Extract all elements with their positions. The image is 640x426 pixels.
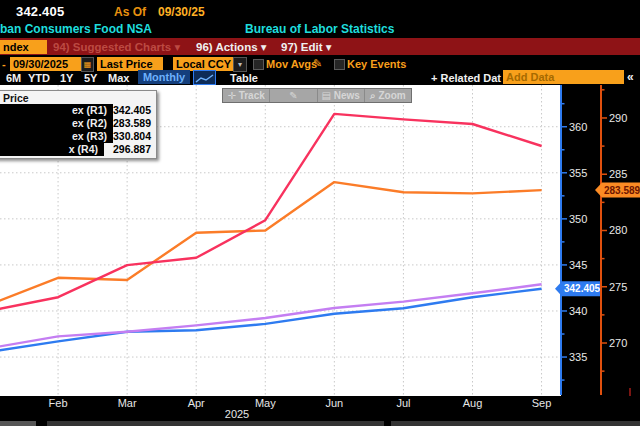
data-source: Bureau of Labor Statistics — [245, 22, 394, 36]
menu-item-1[interactable]: 94) Suggested Charts ▾ — [53, 40, 180, 54]
x-axis-year-label: 2025 — [225, 408, 249, 420]
legend-series-value-R4: 296.887 — [113, 143, 151, 156]
x-axis-label-sep: Sep — [532, 397, 552, 409]
legend-row-R1[interactable]: ex (R1)342.405 — [0, 104, 156, 117]
news-button[interactable]: ▤ News — [317, 89, 364, 102]
menu-item-3[interactable]: 97) Edit ▾ — [281, 40, 332, 54]
chevron-down-icon[interactable]: ▾ — [233, 57, 247, 72]
legend-series-name-R3: ex (R3) — [0, 130, 113, 143]
legend-row-R4[interactable]: x (R4)296.887 — [0, 143, 156, 156]
x-axis-label-mar: Mar — [118, 397, 137, 409]
security-name: ban Consumers Food NSA — [0, 22, 152, 36]
legend-series-name-R2: ex (R2) — [0, 117, 113, 130]
price-type-field[interactable]: Last Price — [97, 57, 163, 71]
annotate-button[interactable]: ✎ Annotate — [269, 89, 316, 102]
currency-field[interactable]: Local CCY — [173, 57, 234, 71]
range-button-1y[interactable]: 1Y — [60, 72, 73, 84]
bottom-strip-mid — [47, 421, 384, 426]
outer-axis-label-275: 275 — [609, 281, 627, 293]
outer-axis-label-280: 280 — [609, 224, 627, 236]
period-select[interactable]: Monthly ▼ — [138, 70, 190, 84]
header-asof-label: As Of — [114, 5, 146, 19]
collapse-icon[interactable]: « — [627, 70, 634, 84]
date-field[interactable]: 09/30/2025 — [10, 57, 82, 71]
index-chip[interactable]: ndex — [0, 40, 47, 54]
inner-axis-label-350: 350 — [569, 213, 587, 225]
header-last-value: 342.405 — [16, 4, 64, 19]
outer-axis-label-285: 285 — [609, 168, 627, 180]
x-axis-label-jun: Jun — [325, 397, 343, 409]
legend-row-R3[interactable]: ex (R3)330.804 — [0, 130, 156, 143]
legend-series-name-R4: x (R4) — [0, 143, 104, 156]
legend-row-R2[interactable]: ex (R2)283.589 — [0, 117, 156, 130]
outer-axis-label-270: 270 — [609, 337, 627, 349]
range-button-5y[interactable]: 5Y — [84, 72, 97, 84]
x-axis-label-may: May — [255, 397, 276, 409]
chart-legend: Price ex (R1)342.405ex (R2)283.589ex (R3… — [0, 90, 157, 159]
calendar-icon[interactable]: ▦ — [81, 57, 94, 72]
pencil-icon[interactable]: ✎ — [313, 57, 322, 70]
x-axis-label-apr: Apr — [188, 397, 205, 409]
range-button-ytd[interactable]: YTD — [28, 72, 50, 84]
inner-axis-label-340: 340 — [569, 305, 587, 317]
mov-avgs-label[interactable]: Mov Avgs — [266, 58, 317, 70]
x-axis-label-jul: Jul — [396, 397, 410, 409]
inner-axis-badge-value: 342.405 — [564, 283, 601, 294]
x-axis-label-feb: Feb — [49, 397, 68, 409]
track-button[interactable]: ✛ Track — [223, 89, 269, 102]
outer-axis-badge-value: 283.589 — [604, 185, 640, 196]
zoom-button[interactable]: ⌕ Zoom — [364, 89, 411, 102]
legend-series-value-R3: 330.804 — [113, 130, 151, 143]
mov-avgs-checkbox[interactable] — [253, 59, 264, 70]
x-axis-label-aug: Aug — [463, 397, 483, 409]
dash-control: - — [2, 58, 6, 70]
legend-series-name-R1: ex (R1) — [0, 104, 113, 117]
inner-axis-label-360: 360 — [569, 121, 587, 133]
key-events-checkbox[interactable] — [334, 59, 345, 70]
header-asof-date: 09/30/25 — [158, 5, 205, 19]
legend-title: Price — [3, 92, 156, 104]
bottom-strip-left — [0, 421, 36, 426]
bloomberg-terminal-screen: 342.405 As Of 09/30/25 ban Consumers Foo… — [0, 0, 640, 426]
legend-series-value-R1: 342.405 — [113, 104, 151, 117]
inner-axis-label-355: 355 — [569, 167, 587, 179]
inner-axis-label-345: 345 — [569, 259, 587, 271]
range-button-6m[interactable]: 6M — [6, 72, 21, 84]
related-data-label[interactable]: + Related Dat — [431, 72, 501, 84]
key-events-label[interactable]: Key Events — [347, 58, 406, 70]
add-data-input[interactable]: Add Data — [503, 70, 624, 84]
chart-toolbar: ✛ Track✎ Annotate▤ News⌕ Zoom — [222, 88, 412, 103]
inner-axis-label-335: 335 — [569, 351, 587, 363]
range-button-max[interactable]: Max — [108, 72, 129, 84]
menu-bar: ndex 94) Suggested Charts ▾96) Actions ▾… — [0, 38, 640, 55]
legend-series-value-R2: 283.589 — [113, 117, 151, 130]
line-chart-icon[interactable] — [193, 70, 216, 85]
outer-axis-label-290: 290 — [609, 112, 627, 124]
bottom-strip-right — [391, 421, 640, 426]
menu-item-2[interactable]: 96) Actions ▾ — [196, 40, 267, 54]
table-button[interactable]: Table — [230, 72, 258, 84]
